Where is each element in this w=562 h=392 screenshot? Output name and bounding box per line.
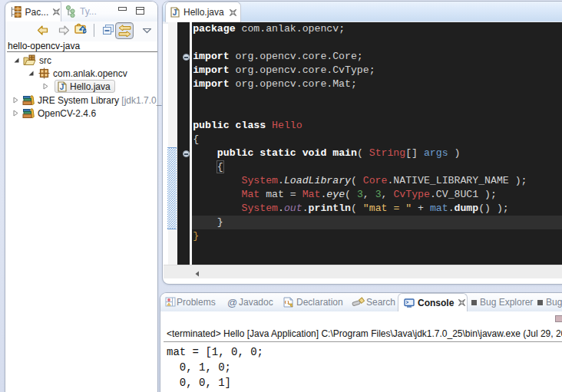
svg-text:J: J xyxy=(60,83,64,91)
svg-text:J: J xyxy=(173,8,177,17)
